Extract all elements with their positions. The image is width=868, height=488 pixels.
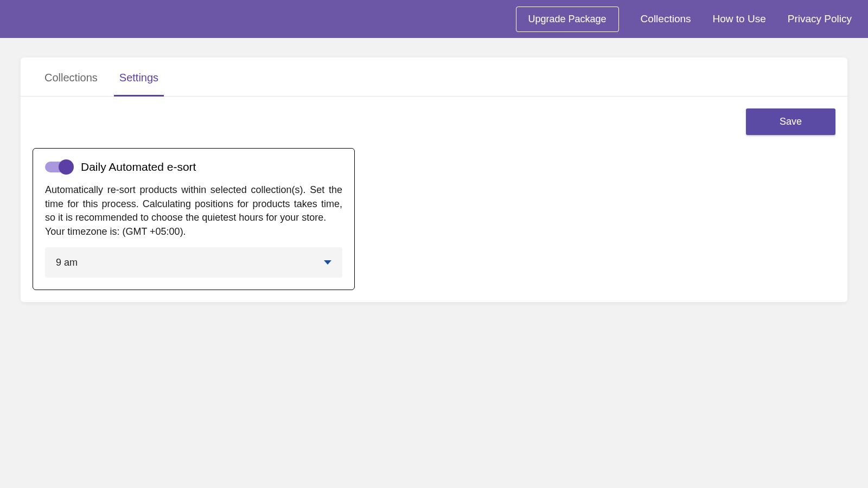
nav-how-to-use[interactable]: How to Use [713, 13, 766, 25]
chevron-down-icon [324, 260, 331, 265]
nav-collections[interactable]: Collections [641, 13, 691, 25]
save-row: Save [21, 97, 847, 135]
tab-collections[interactable]: Collections [44, 72, 98, 96]
main-card: Collections Settings Save Daily Automate… [21, 57, 847, 302]
daily-esort-toggle[interactable] [45, 162, 73, 172]
save-button[interactable]: Save [746, 108, 835, 135]
toggle-label: Daily Automated e-sort [81, 160, 196, 174]
tab-bar: Collections Settings [21, 57, 847, 97]
time-select-value: 9 am [56, 257, 78, 268]
app-header: Upgrade Package Collections How to Use P… [0, 0, 868, 38]
tab-settings[interactable]: Settings [119, 72, 158, 96]
toggle-row: Daily Automated e-sort [45, 160, 342, 174]
esort-description: Automatically re-sort products within se… [45, 183, 342, 225]
upgrade-package-button[interactable]: Upgrade Package [516, 7, 619, 32]
timezone-text: Your timezone is: (GMT +05:00). [45, 225, 342, 239]
time-select[interactable]: 9 am [45, 247, 342, 278]
toggle-knob [59, 159, 74, 175]
daily-esort-card: Daily Automated e-sort Automatically re-… [33, 148, 355, 290]
nav-privacy-policy[interactable]: Privacy Policy [788, 13, 852, 25]
